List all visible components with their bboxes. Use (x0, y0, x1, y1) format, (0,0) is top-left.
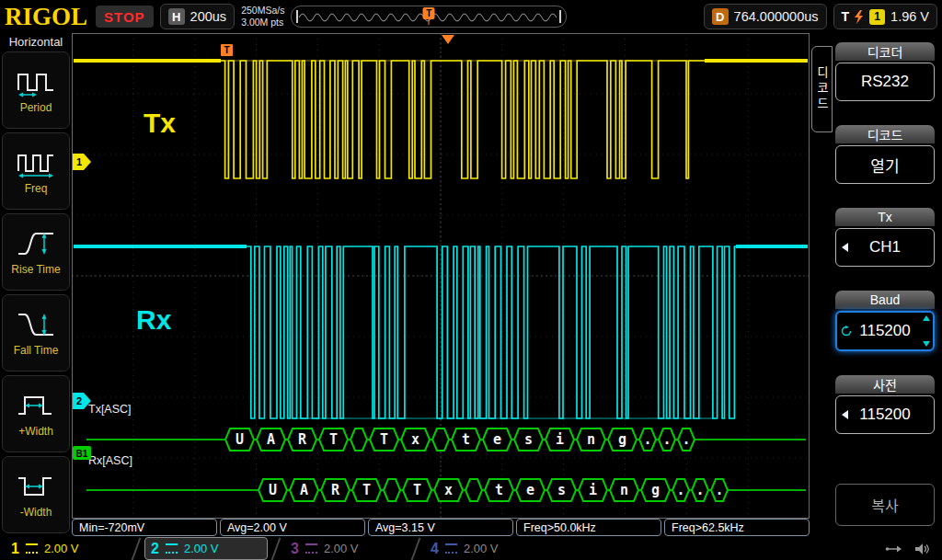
channel-4-status[interactable]: 4 2.00 V (425, 538, 546, 559)
decode-char: t (495, 482, 503, 498)
right-menu: 디코더 RS232 디코드 열기 Tx CH1 Baud (832, 33, 942, 537)
section-value: CH1 (869, 238, 901, 257)
channel-1-status[interactable]: 1 2.00 V (6, 538, 127, 559)
divider (411, 537, 421, 560)
decoder-type-button[interactable]: RS232 (835, 63, 935, 101)
baud-rate-button[interactable]: 115200 (835, 311, 935, 351)
measurement-value: Avg=2.00 V (227, 521, 287, 534)
section-value: 열기 (870, 154, 899, 177)
ch1-trace (221, 61, 705, 178)
decode-open-button[interactable]: 열기 (835, 145, 935, 184)
menu-item-label: Rise Time (11, 264, 60, 276)
waveform-position-bar[interactable]: T (291, 6, 567, 28)
measurement-bar: Min=-720mV Avg=2.00 V Avg=3.15 V Freq>50… (72, 519, 810, 536)
channel-number: 1 (11, 541, 19, 557)
status-icons (885, 543, 931, 555)
menu-item-rise-time[interactable]: Rise Time (2, 213, 70, 291)
decode-char-box (465, 479, 482, 501)
decode-char: U (236, 431, 244, 448)
decode-char: T (413, 482, 421, 498)
speaker-icon (914, 543, 931, 555)
decode-char: g (651, 482, 660, 498)
decode-char: i (589, 482, 597, 498)
decode-char: A (267, 431, 275, 448)
measurement-item: Freq>62.5kHz (664, 519, 810, 536)
timebase-value: 200us (190, 9, 227, 24)
decode-char-box (350, 429, 367, 451)
channel-3-status[interactable]: 3 2.00 V (285, 538, 407, 559)
copy-button[interactable]: 복사 (835, 484, 935, 526)
menu-item-label: +Width (18, 426, 53, 438)
memory-depth: 3.00M pts (241, 17, 284, 29)
h-label: H (168, 8, 185, 25)
menu-section-baud: Baud 115200 (835, 291, 935, 351)
tx-source-button[interactable]: CH1 (835, 228, 935, 267)
menu-item-label: Fall Time (14, 345, 59, 357)
dc-coupling-icon (305, 543, 317, 554)
section-value: RS232 (861, 73, 909, 91)
section-header: Tx (835, 208, 935, 226)
trigger-source-badge: 1 (869, 9, 885, 25)
menu-item-freq[interactable]: Freq (2, 132, 70, 210)
decode-char: n (587, 431, 595, 448)
horizontal-timebase[interactable]: H 200us (160, 4, 236, 29)
decode-char: . (682, 431, 690, 448)
menu-section-tx-source: Tx CH1 (835, 208, 935, 267)
trigger-readout[interactable]: T 1 1.96 V (833, 4, 937, 29)
decode-char: n (620, 482, 628, 498)
increment-icon[interactable] (923, 315, 930, 321)
decode-char: T (362, 482, 371, 498)
menu-item-fall-time[interactable]: Fall Time (2, 294, 70, 371)
decode-char: R (298, 431, 307, 448)
section-header: Baud (835, 291, 935, 309)
trigger-position-icon[interactable] (442, 35, 454, 44)
left-arrow-icon (842, 410, 848, 419)
trigger-position-marker[interactable]: T (423, 7, 435, 19)
decode-panel-tab[interactable]: 디코드 (811, 46, 833, 132)
menu-section-decoder: 디코더 RS232 (835, 42, 935, 101)
oscilloscope-screen: RIGOL STOP H 200us 250MSa/s 3.00M pts T … (0, 0, 942, 560)
decode-char: g (618, 431, 626, 448)
waveform-canvas: UARTTxtesing...UARTTxtesing...TxRxTx[ASC… (72, 33, 810, 519)
delay-readout[interactable]: D 764.000000us (704, 4, 827, 29)
decode-char: e (526, 482, 534, 498)
measurement-item: Avg=2.00 V (220, 519, 365, 536)
decode-char: T (380, 431, 388, 448)
left-menu-title: Horizontal (9, 35, 63, 51)
channel-scale: 2.00 V (184, 542, 219, 555)
decode-char: . (662, 431, 671, 448)
channel-2-status[interactable]: 2 2.00 V (145, 538, 267, 559)
wave-label: B1 (76, 449, 88, 459)
decrement-icon[interactable] (923, 341, 930, 347)
decode-char-box (432, 429, 449, 451)
minus-width-icon (16, 471, 56, 502)
measurement-value: Min=-720mV (79, 521, 144, 534)
section-header: 디코드 (835, 125, 935, 143)
preset-baud-button[interactable]: 115200 (835, 395, 935, 434)
channel-scale: 2.00 V (324, 542, 359, 555)
channel-number: 4 (431, 541, 439, 557)
menu-item-plus-width[interactable]: +Width (2, 375, 70, 452)
period-icon (16, 66, 56, 97)
decode-char: t (462, 431, 470, 448)
ch2-trace (247, 246, 736, 418)
rise-time-icon (16, 228, 56, 259)
menu-item-period[interactable]: Period (2, 51, 70, 129)
menu-item-minus-width[interactable]: -Width (2, 456, 70, 533)
measurement-value: Freq>62.5kHz (672, 521, 744, 534)
dc-coupling-icon (166, 543, 178, 554)
wave-label: T (224, 45, 229, 55)
plus-width-icon (16, 390, 56, 421)
waveform-display: UARTTxtesing...UARTTxtesing...TxRxTx[ASC… (72, 33, 810, 519)
dc-coupling-icon (445, 543, 457, 554)
wave-label: Rx[ASC] (88, 454, 132, 467)
dc-coupling-icon (26, 543, 38, 554)
run-state-indicator[interactable]: STOP (96, 6, 154, 28)
menu-item-label: -Width (20, 507, 52, 519)
left-arrow-icon (842, 243, 848, 252)
decode-char: i (556, 431, 564, 448)
trigger-edge-icon (855, 10, 864, 24)
wave-label: Tx[ASC] (88, 403, 132, 416)
decode-char: A (300, 482, 308, 498)
knob-adjust-icon (841, 326, 852, 337)
